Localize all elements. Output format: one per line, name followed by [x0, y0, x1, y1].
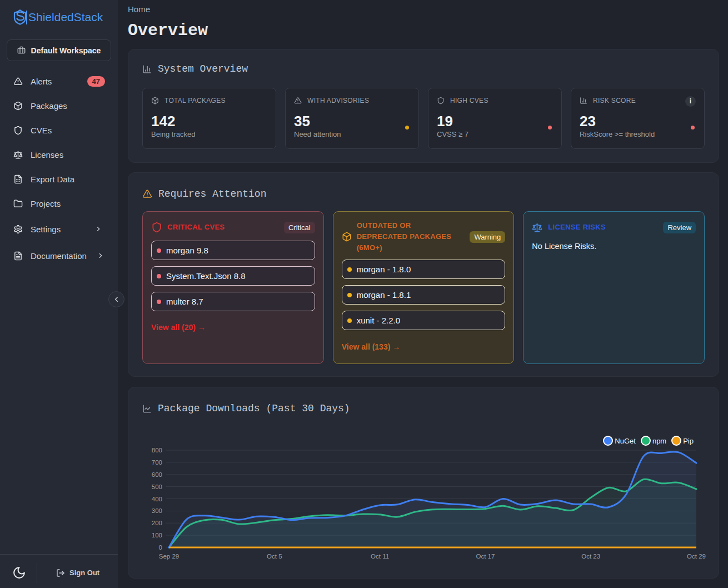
svg-text:800: 800 [152, 447, 162, 454]
svg-text:Oct 29: Oct 29 [687, 553, 706, 560]
svg-text:Sep 29: Sep 29 [159, 553, 179, 560]
svg-text:Oct 11: Oct 11 [371, 553, 389, 560]
svg-text:400: 400 [152, 496, 162, 502]
svg-text:600: 600 [152, 471, 162, 478]
svg-text:100: 100 [152, 532, 162, 539]
svg-text:0: 0 [159, 544, 162, 551]
svg-text:200: 200 [152, 520, 162, 526]
svg-text:Oct 23: Oct 23 [581, 553, 600, 560]
svg-text:500: 500 [152, 484, 162, 490]
svg-text:300: 300 [152, 507, 162, 514]
svg-text:Oct 17: Oct 17 [476, 553, 495, 560]
svg-text:Oct 5: Oct 5 [267, 553, 282, 560]
svg-text:700: 700 [152, 459, 162, 466]
